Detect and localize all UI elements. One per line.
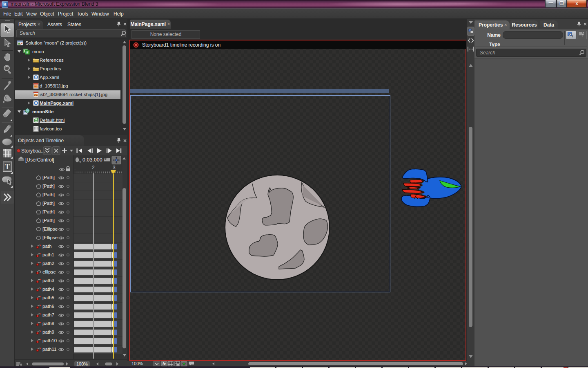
- svg-text:100%: 100%: [76, 361, 88, 366]
- svg-text:100%: 100%: [131, 361, 143, 366]
- svg-text:T: T: [5, 163, 10, 171]
- svg-text:fx: fx: [163, 362, 166, 366]
- svg-text:#: #: [26, 50, 28, 54]
- svg-text:.: .: [74, 166, 76, 171]
